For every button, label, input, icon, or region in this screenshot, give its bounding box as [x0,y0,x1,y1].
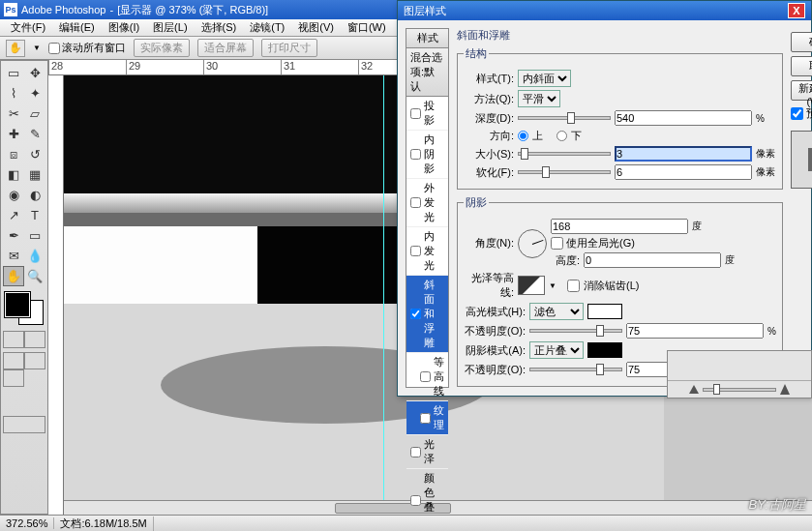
style-checkbox[interactable] [410,149,421,160]
style-row-4[interactable]: 斜面和浮雕 [406,276,448,353]
dir-up-radio[interactable] [518,131,528,141]
shadow-opacity-slider[interactable] [529,368,622,371]
dialog-close-button[interactable]: X [788,3,805,18]
jump-to-row[interactable] [3,416,45,433]
actual-pixels-button[interactable]: 实际像素 [134,39,190,57]
angle-input[interactable] [551,219,688,234]
tool-slice[interactable]: ▱ [24,103,45,124]
navigator-panel [667,350,812,398]
size-slider[interactable] [518,152,611,156]
zoom-out-icon[interactable] [689,385,699,394]
tool-move[interactable]: ✥ [24,63,45,83]
menu-view[interactable]: 视图(V) [291,20,341,35]
style-row-2[interactable]: 外发光 [406,179,448,227]
guide-line[interactable] [383,75,384,515]
screenmode-row[interactable] [3,352,45,387]
tool-marquee[interactable]: ▭ [3,63,24,83]
tool-gradient[interactable]: ▦ [24,164,45,185]
tool-crop[interactable]: ✂ [3,103,24,124]
global-light-checkbox[interactable] [551,237,563,250]
structure-legend: 结构 [464,46,489,61]
tool-zoom[interactable]: 🔍 [24,266,45,286]
style-checkbox[interactable] [410,246,421,256]
style-checkbox[interactable] [420,413,431,424]
style-select[interactable]: 内斜面 [518,70,571,87]
tool-hand[interactable]: ✋ [3,266,24,286]
highlight-mode-select[interactable]: 滤色 [529,303,584,320]
antialias-checkbox[interactable] [567,280,580,292]
new-style-button[interactable]: 新建样式(W)... [791,80,812,101]
tool-blur[interactable]: ◉ [3,185,24,205]
menu-window[interactable]: 窗口(W) [341,20,393,35]
preview-checkbox[interactable] [791,107,803,120]
technique-select[interactable]: 平滑 [518,90,560,107]
fit-screen-button[interactable]: 适合屏幕 [197,39,254,57]
dir-down-radio[interactable] [556,131,567,141]
zoom-in-icon[interactable] [780,384,790,395]
tool-path[interactable]: ↗ [3,205,24,225]
depth-slider[interactable] [518,116,611,120]
highlight-color[interactable] [587,304,622,319]
dialog-titlebar[interactable]: 图层样式 X [398,1,811,20]
gloss-contour-picker[interactable] [518,276,545,295]
tool-brush[interactable]: ✎ [24,124,45,144]
highlight-opacity-input[interactable] [626,323,764,339]
bevel-section-title: 斜面和浮雕 [457,28,783,43]
depth-input[interactable] [615,110,752,126]
tool-wand[interactable]: ✦ [24,83,45,103]
style-row-5[interactable]: 等高线 [406,353,448,401]
menu-edit[interactable]: 编辑(E) [52,20,102,35]
styles-header[interactable]: 样式 [406,29,448,48]
style-row-0[interactable]: 投影 [406,97,448,131]
ok-button[interactable]: 确定 [791,32,812,52]
style-label: 光泽 [424,437,444,466]
style-checkbox[interactable] [410,108,421,119]
quickmask-row[interactable] [3,331,45,348]
print-size-button[interactable]: 打印尺寸 [261,39,317,57]
tool-dodge[interactable]: ◐ [24,185,45,205]
color-swatches[interactable] [3,290,45,327]
shadow-mode-select[interactable]: 正片叠底 [529,341,584,359]
cancel-button[interactable]: 取消 [791,56,812,76]
tool-eyedrop[interactable]: 💧 [24,246,45,266]
tool-notes[interactable]: ✉ [3,246,24,266]
tool-type[interactable]: T [24,205,45,225]
menu-layer[interactable]: 图层(L) [146,20,194,35]
shadow-color[interactable] [587,342,622,358]
menu-filter[interactable]: 滤镜(T) [243,20,291,35]
size-input[interactable] [615,146,752,162]
style-checkbox[interactable] [410,495,421,506]
zoom-level[interactable]: 372.56% [0,517,54,529]
blend-options-header[interactable]: 混合选项:默认 [406,48,448,97]
style-row-7[interactable]: 光泽 [406,435,448,469]
tool-stamp[interactable]: ⧇ [3,144,24,164]
style-label: 等高线 [434,355,444,398]
tool-lasso[interactable]: ⌇ [3,83,24,103]
tool-indicator-hand[interactable]: ✋ [6,40,25,57]
style-label: 投影 [424,99,444,128]
highlight-opacity-slider[interactable] [529,329,622,333]
scroll-all-checkbox[interactable]: 滚动所有窗口 [48,41,126,55]
menu-image[interactable]: 图像(I) [102,20,146,35]
tool-heal[interactable]: ✚ [3,124,24,144]
style-checkbox[interactable] [420,371,431,382]
status-bar: 372.56% 文档:6.18M/18.5M [0,515,812,531]
style-checkbox[interactable] [410,309,421,319]
style-row-3[interactable]: 内发光 [406,227,448,276]
svg-rect-5 [64,226,257,304]
soften-input[interactable] [615,164,752,180]
tool-pen[interactable]: ✒ [3,225,24,246]
altitude-input[interactable] [584,252,721,268]
style-checkbox[interactable] [410,447,421,457]
angle-dial[interactable] [518,229,547,258]
zoom-slider[interactable] [703,388,776,392]
menu-select[interactable]: 选择(S) [195,20,244,35]
style-row-6[interactable]: 纹理 [406,401,448,435]
style-checkbox[interactable] [410,197,421,208]
soften-slider[interactable] [518,170,611,174]
tool-eraser[interactable]: ◧ [3,164,24,185]
tool-shape[interactable]: ▭ [24,225,45,246]
menu-file[interactable]: 文件(F) [4,20,52,35]
style-row-1[interactable]: 内阴影 [406,131,448,179]
tool-history[interactable]: ↺ [24,144,45,164]
